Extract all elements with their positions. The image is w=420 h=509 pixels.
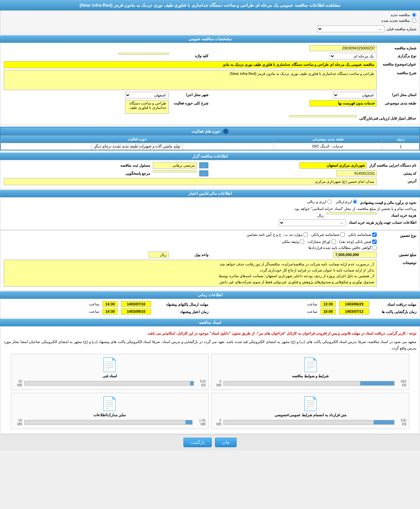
prev-number-label: شماره مناقصه قبلی: [386, 27, 416, 31]
file-item-3: 📄 سایر مدارک/اطلاعات 1.65 MB 50 MB: [11, 393, 209, 429]
province-row: استان محل اجرا اصفهان: [212, 92, 416, 98]
print-button[interactable]: چاپ: [215, 438, 237, 447]
doc-deadline-date: 1403/06/29: [339, 301, 369, 307]
financial-header: اطلاعات مالی/تامین اعتبار: [0, 190, 420, 197]
table-row: 1 خدمات - کدبنگ ISIC تولید ماشین آلات و …: [1, 143, 419, 150]
packet-open-date: 1403/07/12: [339, 308, 369, 314]
validity-label: زمان اعتبار پیشنهاد: [155, 309, 208, 314]
cash-check-label: فیش بانکی (وجه نقد): [339, 240, 377, 244]
file-icon-2: 📄: [302, 396, 319, 412]
file-label-2: متن قرارداد به انضمام شرایط عمومی/خصوصی: [275, 413, 346, 417]
file-icon-1: 📄: [101, 357, 118, 373]
min-score-value: [289, 115, 356, 117]
validity-date: 1403/09/10: [121, 308, 151, 314]
bank-guarantee-checkbox[interactable]: [372, 232, 377, 237]
page-header: مشاهده اطلاعات مناقصه عمومی یک مرحله ای …: [0, 0, 420, 10]
financial-section: نحوه ی برآورد مالی و قیمت پیشنهادی ارزی/…: [0, 197, 420, 230]
progress-bar-2: [223, 420, 394, 425]
validity-time: 14:30: [102, 308, 118, 314]
back-button[interactable]: بازگشت: [183, 438, 212, 447]
prev-number-select[interactable]: --: [317, 26, 384, 32]
file-item-1: 📄 اسناد فنی 529 KB 50 MB: [11, 354, 209, 390]
org-name-row: نام دستگاه اجرایی مناقصه گزار شهرداری مر…: [212, 162, 416, 169]
renewed-tender-label: مناقصه تجدید شده: [381, 18, 410, 23]
responsible-dots-button[interactable]: ...: [199, 162, 208, 168]
packet-open-label: زمان بارگشایی پاکت ها: [373, 309, 416, 314]
documents-header: اسناد مناقصه: [0, 319, 420, 326]
tender-number-value: 2003094325000237: [309, 45, 377, 51]
renewed-tender-radio[interactable]: [412, 18, 416, 23]
category-activity-row: طبقه بندی موضوعی خدمات بدون فهرست بها شر…: [4, 100, 416, 115]
file-label-1: اسناد فنی: [102, 374, 117, 378]
property-checkbox[interactable]: [300, 240, 304, 244]
doc-deadline-unit: ساعت: [307, 302, 317, 306]
tax-cert-checkbox[interactable]: [372, 246, 377, 250]
activity-areas-title: حوزه های فعالیت: [192, 129, 221, 134]
circle-icon: [223, 129, 228, 134]
page-title: مشاهده اطلاعات مناقصه عمومی یک مرحله ای …: [80, 3, 341, 8]
packet-open-row: زمان بارگشایی پاکت ها 1403/07/12 10:00 س…: [212, 308, 416, 314]
activity-areas-header: حوزه های فعالیت: [1, 127, 419, 135]
packet-deadline-label: مهلت ارسال پاکتهای پیشنهاد: [155, 301, 208, 307]
doc-deadline-row: مهلت دریافت اسناد 1403/06/29 13:30 ساعت: [212, 301, 416, 307]
doc-cost-value: [326, 212, 377, 214]
file-size-3: 1.65 MB: [195, 419, 206, 426]
subject-value: مناقصه عمومی یک مرحله ای طراحی و ساخت دس…: [4, 61, 377, 68]
estimation-rial-radio[interactable]: [353, 200, 357, 204]
desc-line-0: 1_ درصورت عدم ارایه ضمانت نامه شرکت در م…: [6, 261, 374, 267]
organizer-section: نام دستگاه اجرایی مناقصه گزار شهرداری مر…: [0, 160, 420, 189]
cell-area: تولید ماشین آلات و تجهیزات طبقه بندی نشد…: [1, 143, 274, 150]
new-tender-label: مناقصه جدید: [390, 13, 410, 17]
postal-ref-row: کد پستی 8145913151 ... مرجع پاسخگویی: [4, 170, 416, 178]
cash-check-checkbox[interactable]: [372, 240, 377, 244]
ref-dots-button[interactable]: ...: [199, 170, 208, 176]
documents-note: توجه : کاربر گرامی، دریافت اسناد در مهلت…: [4, 331, 416, 337]
estimation-fx-radio[interactable]: [327, 200, 332, 204]
ref-row: ... مرجع پاسخگویی: [4, 170, 208, 176]
activity-desc-row: شرح کلی حوزه فعالیت طراحی و ساخت دستگاهج…: [4, 100, 208, 114]
dates-header: اطلاعات زمانی: [0, 291, 420, 299]
activity-desc-value: طراحی و ساخت دستگاهجداسازی با فناوری طیف: [125, 100, 169, 114]
bonds-label: اوراق مشارکت: [307, 240, 336, 244]
tender-type-select[interactable]: یک مرحله ای: [330, 53, 377, 59]
electronic-guarantee-checkbox[interactable]: [340, 232, 345, 237]
cases-checkbox[interactable]: [303, 232, 308, 237]
desc-line-1: تذکر: از ارایه ضمانت نامه با عنوان شرکت …: [6, 267, 374, 273]
address-label: آدرس: [379, 178, 416, 183]
guarantee-more-row: فیش بانکی (وجه نقد) اوراق مشارکت وثیقه م…: [4, 240, 416, 244]
city-select[interactable]: اصفهان: [125, 92, 169, 98]
dates-row1: مهلت دریافت اسناد 1403/06/29 13:30 ساعت …: [4, 301, 416, 308]
prev-number-row: شماره مناقصه قبلی --: [4, 26, 416, 32]
postal-label: کد پستی: [379, 170, 416, 176]
file-size-0: 983 KB: [396, 380, 406, 387]
bonds-checkbox[interactable]: [332, 240, 336, 244]
packet-deadline-col: مهلت ارسال پاکتهای پیشنهاد 1403/07/10 14…: [4, 301, 208, 308]
doc-deadline-col: مهلت دریافت اسناد 1403/06/29 13:30 ساعت: [212, 301, 416, 308]
file-progress-3: 1.65 MB 50 MB: [14, 419, 206, 426]
tax-cert-row: گواهی خالص مطالبات تایید شده قراردادها: [4, 246, 416, 250]
file-icon-0: 📄: [302, 357, 319, 373]
cell-row: 1: [382, 143, 419, 150]
new-tender-radio[interactable]: [412, 13, 416, 17]
org-name-value: شهرداری مرکزی اصفهان: [299, 162, 367, 169]
renewed-tender-row: مناقصه تجدید شده: [4, 18, 416, 23]
category-row: طبقه بندی موضوعی خدمات بدون فهرست بها: [212, 100, 416, 114]
validity-col: زمان اعتبار پیشنهاد 1403/09/10 14:30 ساع…: [4, 308, 208, 316]
keyword-value: [118, 53, 169, 55]
file-item-2: 📄 متن قرارداد به انضمام شرایط عمومی/خصوص…: [211, 393, 409, 429]
top-options: مناقصه جدید مناقصه تجدید شده شماره مناقص…: [0, 10, 420, 35]
tax-cert-label: گواهی خالص مطالبات تایید شده قراردادها: [308, 246, 377, 250]
organizer-header: اطلاعات مناقصه گزار: [0, 153, 420, 160]
postal-row: کد پستی 8145913151: [212, 170, 416, 176]
guarantee-types-row: نوع تضمین ضمانتنامه بانکی ضمانتنامه غیرب…: [4, 232, 416, 238]
province-select[interactable]: اصفهان: [333, 92, 377, 98]
bottom-buttons: چاپ بازگشت: [0, 434, 420, 451]
amount-row: مبلغ تضمین 7,500,000,000: [212, 252, 416, 258]
packet-deadline-unit: ساعت: [89, 302, 99, 306]
guarantee-section: نوع تضمین ضمانتنامه بانکی ضمانتنامه غیرب…: [0, 230, 420, 291]
packet-open-unit: ساعت: [307, 309, 317, 314]
payment-note: پرداخت تمام و یا بخشی از مبلغ مناقصه، از…: [4, 207, 416, 211]
progress-bar-3: [24, 420, 193, 425]
account-select[interactable]: --: [279, 219, 346, 226]
org-responsible-row: نام دستگاه اجرایی مناقصه گزار شهرداری مر…: [4, 162, 416, 170]
